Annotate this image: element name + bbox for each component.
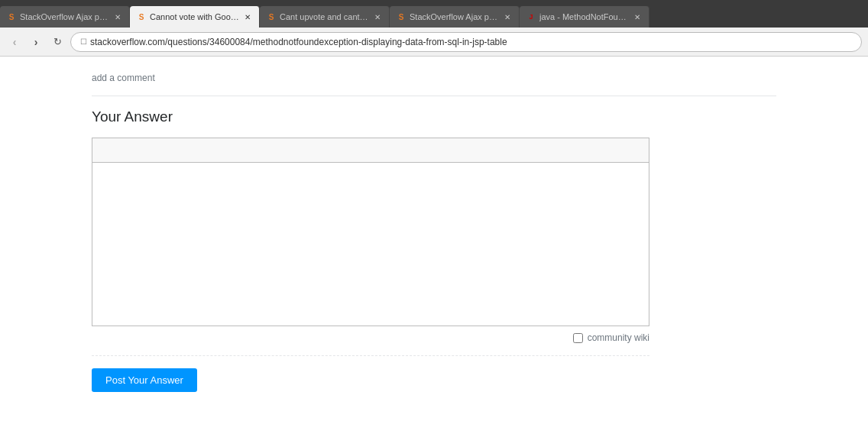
submit-area: Post Your Answer	[92, 362, 776, 392]
post-answer-button[interactable]: Post Your Answer	[92, 368, 197, 392]
tab-bar: S StackOverflow Ajax proble ✕ S Cannot v…	[0, 0, 868, 28]
tab-5-label: java - MethodNotFoundEx	[539, 12, 629, 21]
tab-1[interactable]: S StackOverflow Ajax proble ✕	[0, 6, 130, 28]
answer-textarea[interactable]	[92, 163, 649, 323]
tab-1-close[interactable]: ✕	[112, 11, 123, 22]
forward-button[interactable]: ›	[28, 34, 44, 50]
community-wiki-label: community wiki	[588, 332, 649, 343]
bottom-divider	[92, 355, 649, 356]
editor-toolbar	[92, 138, 649, 163]
community-wiki-row: community wiki	[92, 326, 649, 349]
tab-2[interactable]: S Cannot vote with Google ✕	[130, 6, 260, 28]
tab-1-label: StackOverflow Ajax proble	[20, 12, 109, 21]
tab-5[interactable]: J java - MethodNotFoundEx ✕	[520, 6, 649, 28]
tab-4[interactable]: S StackOverflow Ajax proble ✕	[390, 6, 520, 28]
so-favicon-2: S	[136, 11, 147, 22]
tab-2-label: Cannot vote with Google	[150, 12, 239, 21]
tab-4-label: StackOverflow Ajax proble	[410, 12, 499, 21]
answer-editor	[92, 138, 649, 326]
tab-3-label: Cant upvote and cant acce	[280, 12, 369, 21]
back-button[interactable]: ‹	[6, 34, 23, 50]
tab-3[interactable]: S Cant upvote and cant acce ✕	[260, 6, 390, 28]
url-text: stackoverflow.com/questions/34600084/met…	[90, 37, 507, 47]
so-favicon-4: S	[396, 11, 406, 22]
tab-3-close[interactable]: ✕	[372, 11, 383, 22]
page-content: add a comment Your Answer community wiki…	[0, 57, 868, 407]
add-comment-link[interactable]: add a comment	[92, 73, 155, 83]
section-divider	[92, 96, 776, 96]
tab-extra-space	[649, 6, 695, 28]
so-favicon-1: S	[6, 11, 17, 22]
refresh-button[interactable]: ↻	[49, 34, 66, 50]
tab-2-close[interactable]: ✕	[242, 11, 253, 22]
address-bar: ‹ › ↻ ☐ stackoverflow.com/questions/3460…	[0, 28, 868, 57]
url-box[interactable]: ☐ stackoverflow.com/questions/34600084/m…	[70, 32, 862, 52]
tab-4-close[interactable]: ✕	[502, 11, 513, 22]
community-wiki-checkbox[interactable]	[573, 333, 583, 343]
tab-5-close[interactable]: ✕	[632, 11, 643, 22]
java-favicon-5: J	[526, 11, 536, 22]
so-favicon-3: S	[266, 11, 277, 22]
your-answer-title: Your Answer	[92, 109, 776, 125]
browser-chrome: S StackOverflow Ajax proble ✕ S Cannot v…	[0, 0, 868, 57]
url-lock-icon: ☐	[80, 37, 87, 46]
